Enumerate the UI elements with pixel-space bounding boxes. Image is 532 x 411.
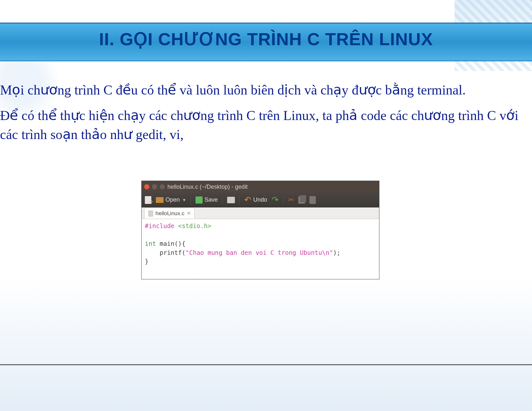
window-maximize-icon[interactable] (160, 184, 165, 189)
chevron-down-icon: ▼ (182, 198, 186, 202)
window-titlebar: helloLinux.c (~/Desktop) - gedit (142, 181, 379, 193)
code-type-int: int (145, 240, 156, 247)
file-tab[interactable]: helloLinux.c × (144, 208, 195, 219)
code-include-keyword: #include (145, 222, 175, 229)
new-file-button[interactable] (145, 196, 151, 204)
print-button[interactable] (227, 197, 235, 203)
gedit-window: helloLinux.c (~/Desktop) - gedit Open ▼ … (141, 181, 379, 279)
toolbar-separator (191, 195, 191, 205)
undo-label: Undo (253, 196, 267, 203)
code-main-sig: main(){ (156, 240, 186, 247)
window-minimize-icon[interactable] (152, 184, 157, 189)
cut-button[interactable]: ✂ (288, 196, 294, 204)
editor-toolbar: Open ▼ Save ↶ Undo ↷ ✂ (142, 193, 379, 207)
toolbar-separator (283, 195, 284, 205)
redo-icon: ↷ (272, 195, 279, 205)
cut-icon: ✂ (288, 196, 294, 204)
window-close-icon[interactable] (144, 184, 149, 189)
save-icon (196, 196, 203, 204)
tab-filename: helloLinux.c (156, 210, 185, 217)
editor-tabbar: helloLinux.c × (142, 207, 379, 219)
print-icon (227, 197, 235, 203)
toolbar-separator (239, 195, 240, 205)
copy-button[interactable] (298, 196, 305, 204)
paragraph-1: Mọi chương trình C đều có thể và luôn lu… (0, 81, 529, 100)
paste-icon (309, 196, 316, 204)
code-printf-pre: printf( (145, 249, 186, 256)
toolbar-separator (222, 195, 223, 205)
save-label: Save (205, 196, 218, 203)
copy-icon (298, 196, 305, 204)
decoration-bottom-fade (0, 276, 532, 411)
code-printf-post: ); (333, 249, 340, 256)
code-area[interactable]: #include <stdio.h> int main(){ printf("C… (142, 219, 379, 279)
slide-body: Mọi chương trình C đều có thể và luôn lu… (0, 81, 529, 144)
code-include-header: <stdio.h> (178, 222, 211, 229)
window-title-text: helloLinux.c (~/Desktop) - gedit (167, 184, 248, 190)
footer-divider (0, 364, 532, 365)
redo-button[interactable]: ↷ (272, 195, 279, 205)
paragraph-2: Để có thể thực hiện chạy các chương trìn… (0, 106, 529, 144)
open-label: Open (166, 196, 180, 203)
slide-title: II. GỌI CHƯƠNG TRÌNH C TRÊN LINUX (0, 29, 532, 49)
new-file-icon (145, 196, 151, 204)
save-button[interactable]: Save (196, 196, 218, 204)
slide: II. GỌI CHƯƠNG TRÌNH C TRÊN LINUX Mọi ch… (0, 0, 532, 411)
code-printf-string: "Chao mung ban den voi C trong Ubuntu\n" (186, 249, 333, 256)
open-folder-icon (156, 197, 164, 203)
undo-button[interactable]: ↶ Undo (244, 195, 267, 205)
file-icon (148, 211, 153, 216)
paste-button[interactable] (309, 196, 316, 204)
code-close-brace: } (145, 258, 148, 265)
undo-icon: ↶ (244, 195, 251, 205)
close-tab-icon[interactable]: × (187, 210, 191, 217)
open-button[interactable]: Open ▼ (156, 196, 186, 203)
